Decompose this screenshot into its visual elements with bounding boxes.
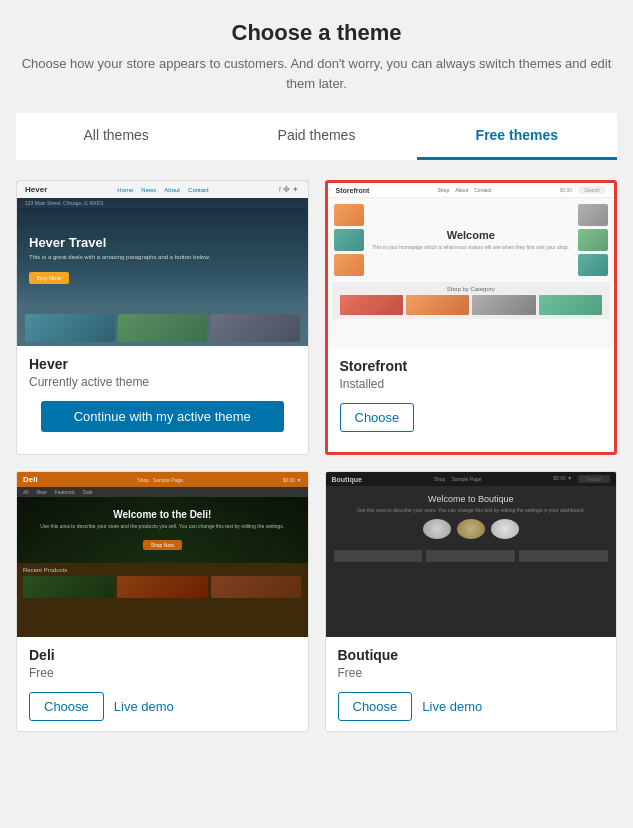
boutique-prod-1 — [334, 550, 423, 562]
deli-prod-1 — [23, 576, 114, 598]
deli-hero-desc: Use this area to describe your store and… — [29, 523, 296, 529]
sf-cloth-5 — [578, 229, 608, 251]
boutique-nav-links: ShopSample Page — [434, 476, 482, 482]
boutique-actions: Choose Live demo — [338, 692, 605, 721]
hever-status: Currently active theme — [29, 375, 296, 389]
deli-hero: Welcome to the Deli! Use this area to de… — [17, 497, 308, 563]
deli-nav: Deli Shop Sample Page $0.00 ▼ — [17, 472, 308, 487]
sf-logo: Storefront — [336, 187, 370, 194]
boutique-hero-title: Welcome to Boutique — [336, 494, 607, 504]
boutique-ring-2 — [457, 519, 485, 539]
boutique-products — [336, 519, 607, 539]
boutique-name: Boutique — [338, 647, 605, 663]
deli-prod-2 — [117, 576, 208, 598]
sf-cat-3 — [472, 295, 535, 315]
deli-status: Free — [29, 666, 296, 680]
sf-cat-title: Shop by Category — [340, 286, 603, 292]
boutique-preview: Boutique ShopSample Page $0.00 ▼ Search … — [326, 472, 617, 637]
sf-cat-items — [340, 295, 603, 315]
sf-cloth-3 — [334, 254, 364, 276]
deli-hero-btn: Shop Now — [143, 540, 182, 550]
deli-prod-3 — [211, 576, 302, 598]
theme-card-deli: Deli Shop Sample Page $0.00 ▼ All New Fe… — [16, 471, 309, 732]
boutique-live-demo-link[interactable]: Live demo — [422, 699, 482, 714]
boutique-prod-2 — [426, 550, 515, 562]
deli-info: Deli Free Choose Live demo — [17, 637, 308, 731]
tab-all-themes[interactable]: All themes — [16, 113, 216, 160]
sf-right: $0.00 Search — [560, 186, 606, 194]
sf-desc-text: This is your homepage which is what most… — [370, 244, 573, 251]
hever-preview: Hever HomeNewsAboutContact f ✤ ✦ 123 Mai… — [17, 181, 308, 346]
hever-address: 123 Main Street, Chicago, IL 60001 — [17, 198, 308, 208]
deli-hero-title: Welcome to the Deli! — [29, 509, 296, 520]
page-subtitle: Choose how your store appears to custome… — [16, 54, 617, 93]
boutique-ring-3 — [491, 519, 519, 539]
sf-welcome-text: Welcome — [370, 229, 573, 241]
boutique-logo: Boutique — [332, 476, 362, 483]
deli-preview: Deli Shop Sample Page $0.00 ▼ All New Fe… — [17, 472, 308, 637]
tabs-bar: All themes Paid themes Free themes — [16, 113, 617, 160]
sf-cloth-2 — [334, 229, 364, 251]
continue-active-theme-button[interactable]: Continue with my active theme — [41, 401, 284, 432]
hever-gallery — [17, 310, 308, 346]
hever-gallery-img-3 — [210, 314, 300, 342]
hever-info: Hever Currently active theme Continue wi… — [17, 346, 308, 454]
deli-actions: Choose Live demo — [29, 692, 296, 721]
storefront-choose-button[interactable]: Choose — [340, 403, 415, 432]
deli-nav-cart: $0.00 ▼ — [283, 477, 302, 483]
sf-cat-4 — [539, 295, 602, 315]
boutique-choose-button[interactable]: Choose — [338, 692, 413, 721]
sf-cloth-1 — [334, 204, 364, 226]
sf-nav: Storefront ShopAboutContact $0.00 Search — [328, 183, 615, 198]
hever-name: Hever — [29, 356, 296, 372]
hever-hero-desc: This is a great deals with a amazing par… — [29, 254, 296, 260]
hever-nav-logo: Hever — [25, 185, 47, 194]
sf-clothes-right — [578, 204, 608, 276]
sf-hero: Welcome This is your homepage which is w… — [328, 198, 615, 282]
tab-free-themes[interactable]: Free themes — [417, 113, 617, 160]
storefront-status: Installed — [340, 377, 603, 391]
boutique-hero: Welcome to Boutique Use this area to des… — [326, 486, 617, 547]
storefront-info: Storefront Installed Choose — [328, 348, 615, 442]
storefront-actions: Choose — [340, 403, 603, 432]
deli-choose-button[interactable]: Choose — [29, 692, 104, 721]
sf-center: Welcome This is your homepage which is w… — [368, 227, 575, 253]
sf-cloth-4 — [578, 204, 608, 226]
deli-products: Recent Products — [17, 563, 308, 602]
storefront-name: Storefront — [340, 358, 603, 374]
deli-logo: Deli — [23, 475, 38, 484]
boutique-status: Free — [338, 666, 605, 680]
boutique-info: Boutique Free Choose Live demo — [326, 637, 617, 731]
boutique-products2 — [326, 547, 617, 565]
hever-hero-title: Hever Travel — [29, 235, 296, 250]
deli-prod-title: Recent Products — [23, 567, 302, 573]
deli-nav-tabs: Shop Sample Page — [137, 477, 183, 483]
sf-clothes-left — [334, 204, 364, 276]
hever-gallery-img-2 — [118, 314, 208, 342]
sf-cloth-6 — [578, 254, 608, 276]
hever-nav-links: HomeNewsAboutContact — [117, 187, 208, 193]
deli-name: Deli — [29, 647, 296, 663]
sf-category: Shop by Category — [332, 282, 611, 319]
boutique-nav-right: $0.00 ▼ Search — [553, 475, 610, 483]
boutique-ring-1 — [423, 519, 451, 539]
page-title: Choose a theme — [16, 20, 617, 46]
boutique-nav: Boutique ShopSample Page $0.00 ▼ Search — [326, 472, 617, 486]
deli-prod-grid — [23, 576, 302, 598]
deli-live-demo-link[interactable]: Live demo — [114, 699, 174, 714]
deli-subnav: All New Featured Sale — [17, 487, 308, 497]
boutique-hero-desc: Use this area to describe your store. Yo… — [336, 507, 607, 514]
theme-grid: Hever HomeNewsAboutContact f ✤ ✦ 123 Mai… — [16, 180, 617, 732]
storefront-preview: Storefront ShopAboutContact $0.00 Search — [328, 183, 615, 348]
theme-card-boutique: Boutique ShopSample Page $0.00 ▼ Search … — [325, 471, 618, 732]
boutique-prod-3 — [519, 550, 608, 562]
hever-hero-cta: Buy Now — [29, 272, 69, 284]
sf-links: ShopAboutContact — [437, 187, 491, 193]
sf-cat-1 — [340, 295, 403, 315]
hever-hero: Hever Travel This is a great deals with … — [17, 208, 308, 310]
hever-gallery-img-1 — [25, 314, 115, 342]
page-container: Choose a theme Choose how your store app… — [0, 0, 633, 762]
theme-card-hever: Hever HomeNewsAboutContact f ✤ ✦ 123 Mai… — [16, 180, 309, 455]
tab-paid-themes[interactable]: Paid themes — [216, 113, 416, 160]
theme-card-storefront: Storefront ShopAboutContact $0.00 Search — [325, 180, 618, 455]
